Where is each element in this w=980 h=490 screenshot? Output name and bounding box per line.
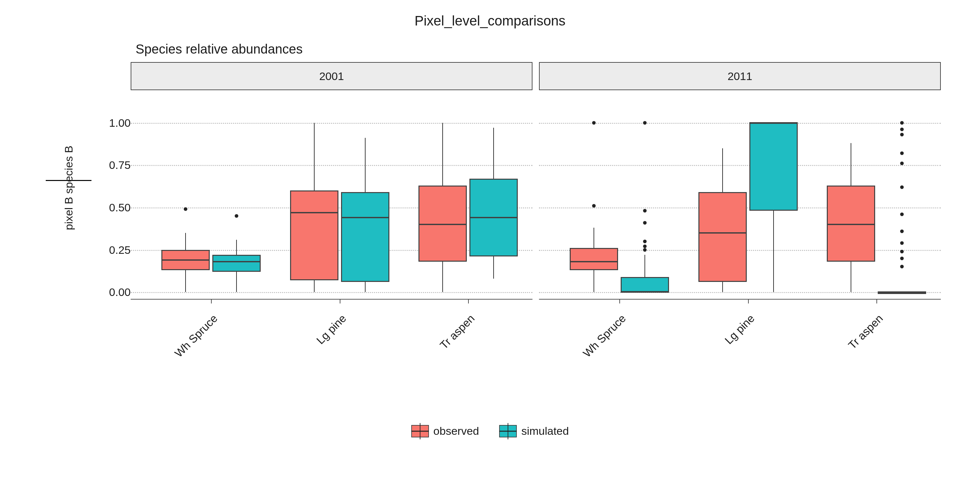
- outlier-point: [900, 250, 904, 253]
- gridline: [130, 123, 533, 124]
- outlier-point: [643, 239, 647, 243]
- outlier-point: [592, 121, 596, 124]
- outlier-point: [184, 207, 188, 211]
- whisker: [722, 282, 723, 292]
- legend-label-observed: observed: [433, 425, 479, 438]
- median-line: [827, 224, 875, 225]
- whisker: [773, 211, 774, 292]
- facet-strip: 2001: [130, 62, 533, 90]
- x-category-label: Tr aspen: [408, 312, 477, 381]
- outlier-point: [900, 265, 904, 269]
- median-line: [620, 291, 669, 293]
- legend-swatch-simulated: [499, 425, 517, 438]
- facet-container: 2001Wh SpruceLg pineTr aspen2011Wh Spruc…: [130, 62, 941, 299]
- whisker: [365, 282, 366, 292]
- facet-panel: Wh SpruceLg pineTr aspen: [539, 90, 941, 299]
- whisker: [493, 256, 494, 278]
- box-simulated: [749, 123, 798, 211]
- outlier-point: [643, 121, 647, 124]
- whisker: [851, 143, 851, 186]
- median-line: [698, 232, 747, 234]
- facet-strip: 2011: [539, 62, 941, 90]
- x-category-label: Lg pine: [280, 312, 348, 381]
- box-simulated: [620, 277, 669, 293]
- box-observed: [570, 248, 618, 270]
- median-line: [212, 261, 261, 262]
- whisker: [593, 270, 594, 292]
- x-axis-line: [539, 299, 941, 299]
- whisker: [236, 272, 237, 292]
- gridline: [539, 123, 941, 124]
- whisker: [851, 262, 851, 292]
- facet-panel: Wh SpruceLg pineTr aspen: [130, 90, 533, 299]
- outlier-point: [643, 245, 647, 248]
- x-category-label: Wh Spruce: [151, 312, 220, 381]
- median-line: [418, 224, 467, 225]
- x-tick: [468, 299, 469, 304]
- y-tick-label: 0.75: [101, 159, 130, 172]
- whisker: [442, 262, 443, 292]
- outlier-point: [643, 209, 647, 213]
- outlier-point: [900, 162, 904, 165]
- median-line: [878, 291, 926, 293]
- legend-item-simulated: simulated: [499, 425, 569, 438]
- median-line: [570, 261, 618, 262]
- whisker: [365, 138, 366, 192]
- legend-item-observed: observed: [411, 425, 479, 438]
- outlier-point: [900, 185, 904, 189]
- x-tick: [211, 299, 212, 304]
- box-simulated: [341, 192, 390, 282]
- whisker: [314, 280, 315, 292]
- outlier-point: [900, 256, 904, 260]
- whisker: [644, 255, 645, 277]
- legend-label-simulated: simulated: [521, 425, 569, 438]
- outlier-point: [592, 204, 596, 207]
- y-tick-label: 0.00: [101, 286, 130, 299]
- chart-title: Pixel_level_comparisons: [0, 13, 980, 29]
- y-tick-label: 0.25: [101, 243, 130, 256]
- median-line: [290, 212, 339, 213]
- outlier-point: [900, 151, 904, 155]
- x-axis-line: [130, 299, 533, 299]
- box-observed: [698, 192, 747, 282]
- gridline: [539, 165, 941, 166]
- whisker: [185, 233, 186, 250]
- x-tick: [619, 299, 620, 304]
- median-line: [749, 122, 798, 124]
- chart-subtitle: Species relative abundances: [135, 42, 302, 57]
- y-axis-ticks: 0.000.250.500.751.00: [101, 116, 130, 299]
- outlier-point: [900, 121, 904, 124]
- outlier-point: [643, 248, 647, 251]
- median-line: [161, 259, 210, 261]
- x-category-label: Lg pine: [688, 312, 757, 381]
- whisker: [314, 123, 315, 191]
- outlier-point: [900, 133, 904, 137]
- whisker: [442, 123, 443, 186]
- x-tick: [340, 299, 340, 304]
- x-category-label: Tr aspen: [816, 312, 885, 381]
- whisker: [236, 240, 237, 255]
- x-tick: [748, 299, 749, 304]
- median-line: [341, 217, 390, 218]
- box-simulated: [212, 255, 261, 272]
- outlier-point: [643, 221, 647, 224]
- outlier-point: [900, 128, 904, 131]
- x-category-label: Wh Spruce: [559, 312, 628, 381]
- outlier-point: [900, 229, 904, 233]
- y-label-denominator: pixel B: [62, 184, 75, 243]
- whisker: [593, 228, 594, 248]
- whisker: [493, 128, 494, 179]
- legend-swatch-observed: [411, 425, 429, 438]
- whisker: [722, 148, 723, 192]
- y-tick-label: 0.50: [101, 201, 130, 214]
- gridline: [130, 165, 533, 166]
- y-axis-label: species B pixel B: [39, 163, 98, 220]
- gridline: [130, 292, 533, 293]
- box-observed: [290, 191, 339, 280]
- outlier-point: [900, 212, 904, 216]
- median-line: [469, 217, 518, 218]
- whisker: [185, 270, 186, 292]
- outlier-point: [235, 214, 239, 218]
- outlier-point: [900, 241, 904, 245]
- x-tick: [877, 299, 877, 304]
